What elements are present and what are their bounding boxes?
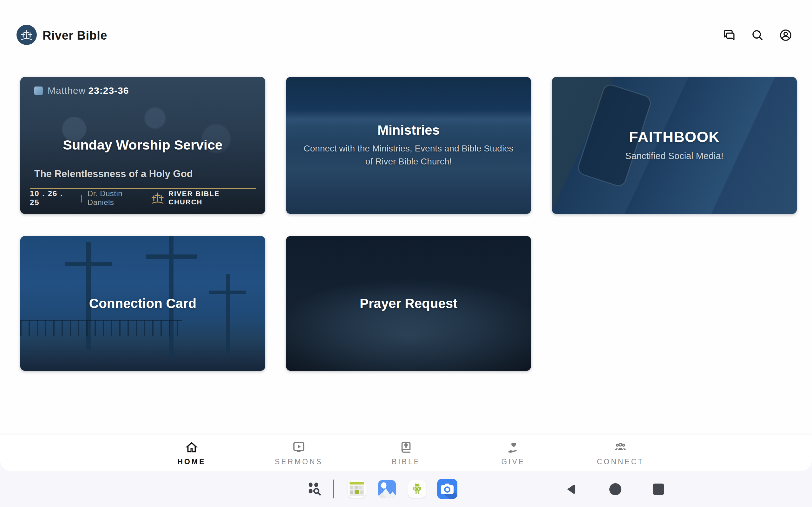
river-bible-logo: [16, 25, 37, 45]
sermon-date: 10 . 26 . 25: [30, 189, 75, 207]
bottom-nav-bar: HOME SERMONS BIBLE: [0, 435, 812, 471]
card-title: FAITHBOOK: [629, 128, 720, 146]
android-robot-glyph: [410, 482, 424, 496]
three-crosses-icon: [20, 29, 33, 41]
card-title: Connection Card: [89, 296, 196, 311]
nav-label: GIVE: [502, 458, 525, 466]
search-icon[interactable]: [751, 29, 764, 42]
card-subtitle: Sanctified Social Media!: [625, 149, 723, 163]
church-brand: RIVER BIBLE CHURCH: [151, 190, 256, 206]
app-drawer-search-icon[interactable]: [305, 480, 323, 498]
sermons-display-icon: [292, 440, 306, 455]
three-crosses-gold-icon: [151, 191, 165, 205]
recents-icon[interactable]: [653, 471, 664, 507]
sermon-title: The Relentlessness of a Holy God: [34, 168, 193, 180]
connect-people-icon: [613, 440, 628, 455]
calendar-header: [350, 482, 364, 485]
sermon-speaker: Dr. Dustin Daniels: [88, 189, 151, 207]
scripture-book: Matthew: [48, 85, 86, 96]
header-actions: [722, 29, 792, 42]
android-taskbar: [0, 471, 812, 507]
bible-book-icon: [399, 440, 413, 455]
app-header: River Bible: [0, 0, 812, 57]
card-ministries[interactable]: Ministries Connect with the Ministries, …: [286, 77, 531, 214]
card-title: Sunday Worship Service: [20, 137, 265, 153]
give-hand-heart-icon: [506, 440, 520, 455]
scripture-reference: Matthew23:23-36: [34, 85, 129, 96]
card-title: Ministries: [377, 123, 440, 138]
page-title: River Bible: [43, 29, 107, 43]
card-faithbook[interactable]: FAITHBOOK Sanctified Social Media!: [552, 77, 797, 214]
nav-label: SERMONS: [275, 458, 322, 466]
card-title: Prayer Request: [360, 296, 457, 311]
camera-app-icon[interactable]: [437, 479, 457, 499]
card-prayer-request[interactable]: Prayer Request: [286, 236, 531, 371]
back-icon[interactable]: [564, 471, 577, 507]
nav-tab-give[interactable]: GIVE: [460, 435, 567, 471]
church-brand-label: RIVER BIBLE CHURCH: [168, 190, 256, 206]
nav-label: CONNECT: [597, 458, 644, 466]
calendar-app-icon[interactable]: [348, 480, 366, 498]
nav-tab-home[interactable]: HOME: [138, 435, 245, 471]
calendar-grid: [350, 486, 364, 496]
nav-label: BIBLE: [392, 458, 420, 466]
taskbar-divider: [334, 480, 334, 498]
card-connection-card[interactable]: Connection Card: [20, 236, 265, 371]
nav-tab-sermons[interactable]: SERMONS: [245, 435, 352, 471]
river-bible-app-window: River Bible Matthew23:23-36: [0, 0, 812, 471]
date-separator: |: [80, 193, 83, 203]
card-subtitle: Connect with the Ministries, Events and …: [299, 142, 518, 168]
home-card-grid: Matthew23:23-36 Sunday Worship Service T…: [20, 77, 797, 371]
home-icon: [184, 440, 199, 455]
nav-tab-bible[interactable]: BIBLE: [352, 435, 460, 471]
nav-label: HOME: [177, 458, 206, 466]
card-sunday-worship-service[interactable]: Matthew23:23-36 Sunday Worship Service T…: [20, 77, 265, 214]
account-icon[interactable]: [779, 29, 792, 42]
home-nav-icon[interactable]: [609, 471, 621, 507]
scripture-verses: 23:23-36: [88, 85, 129, 96]
chat-icon[interactable]: [722, 29, 736, 42]
verse-chip-icon: [34, 87, 43, 95]
android-app-icon[interactable]: [408, 480, 426, 498]
nav-tab-connect[interactable]: CONNECT: [567, 435, 674, 471]
photos-app-icon[interactable]: [378, 480, 396, 498]
